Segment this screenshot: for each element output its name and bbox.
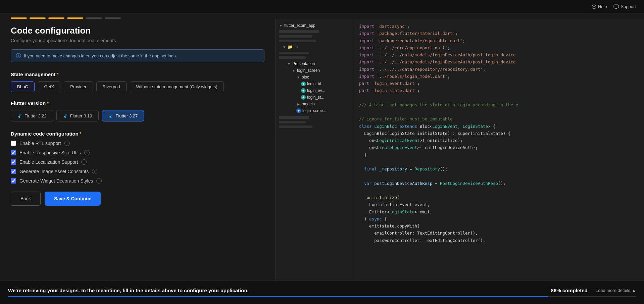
- tree-chevron-root: ▼: [279, 23, 283, 28]
- flutter-version-label: Flutter version*: [11, 100, 264, 106]
- svg-marker-9: [65, 114, 67, 116]
- progress-dots: [0, 13, 644, 19]
- tree-bloc-label: bloc: [302, 75, 309, 80]
- flutter-logo-icon: [17, 113, 22, 118]
- tree-file-icon-st: [301, 95, 306, 100]
- info-box: i If you need to make changes later, you…: [11, 49, 264, 62]
- code-line-10: part 'login_state.dart';: [359, 87, 637, 94]
- code-line-8: import '../models/login_model.dart';: [359, 73, 637, 80]
- image-assets-info-icon[interactable]: i: [92, 169, 97, 174]
- localization-checkbox[interactable]: [11, 159, 16, 165]
- rtl-info-icon[interactable]: i: [64, 141, 70, 146]
- tree-models[interactable]: ▶ models: [276, 101, 352, 107]
- code-line-16: LoginBloc(LoginState initialState) : sup…: [359, 130, 637, 137]
- image-assets-label: Generate Image Asset Constants: [19, 169, 89, 174]
- status-top: We're retrieving your designs. In the me…: [8, 288, 636, 293]
- tree-login-screen[interactable]: ▼ login_screen: [276, 67, 352, 74]
- responsive-label: Enable Responsive Size Utils: [19, 150, 81, 155]
- tree-login-ev[interactable]: login_ev...: [276, 87, 352, 94]
- rtl-checkbox[interactable]: [11, 141, 16, 146]
- tree-bloc[interactable]: ▼ bloc: [276, 74, 352, 81]
- flutter-btn-327[interactable]: Flutter 3.27: [102, 110, 144, 121]
- responsive-info-icon[interactable]: i: [84, 150, 90, 155]
- save-continue-button[interactable]: Save & Continue: [45, 192, 101, 206]
- tree-login-bl[interactable]: login_bl...: [276, 81, 352, 87]
- code-line-3: import 'package:equatable/equatable.dart…: [359, 37, 637, 44]
- code-line-26: LoginInitialEvent event,: [359, 201, 637, 208]
- state-management-label: State management*: [11, 71, 264, 77]
- tree-file-icon-bl: [301, 82, 306, 86]
- code-line-5: import '../../../data/models/loginDevice…: [359, 51, 637, 58]
- load-more-link[interactable]: Load more details ▲: [596, 288, 636, 293]
- flutter-btn-322[interactable]: Flutter 3.22: [11, 110, 53, 121]
- code-line-11: [359, 94, 637, 101]
- state-btn-provider[interactable]: Provider: [64, 81, 93, 92]
- tree-presentation[interactable]: ▼ Presentation: [276, 60, 352, 67]
- tree-login-screen-file[interactable]: login_scree...: [276, 107, 352, 114]
- state-btn-bloc[interactable]: BLoC: [11, 81, 35, 92]
- code-line-7: import '../../../data/repository/reposit…: [359, 66, 637, 73]
- flutter-required-star: *: [47, 100, 49, 106]
- tree-placeholder-4: [279, 52, 309, 54]
- main-content: Code configuration Configure your applic…: [0, 19, 644, 281]
- tree-file-icon-screen: [296, 108, 301, 113]
- code-line-9: part 'login_event.dart';: [359, 80, 637, 87]
- support-link[interactable]: Support: [613, 4, 636, 9]
- tree-lib-label: lib: [294, 45, 298, 49]
- load-more-label: Load more details: [596, 288, 630, 293]
- code-line-18: on<CreateLoginEvent>(_callLoginDeviceAut…: [359, 144, 637, 151]
- checkbox-widget-decoration: Generate Widget Decoration Styles i: [11, 178, 264, 184]
- state-required-star: *: [56, 71, 58, 77]
- localization-info-icon[interactable]: i: [81, 159, 87, 165]
- state-btn-without[interactable]: Without state management (Only widgets): [130, 81, 224, 92]
- status-right: 86% completed Load more details ▲: [551, 288, 636, 293]
- dynamic-required-star: *: [80, 131, 82, 137]
- back-button[interactable]: Back: [11, 192, 41, 206]
- code-line-13: [359, 108, 637, 115]
- state-btn-getx[interactable]: GetX: [38, 81, 61, 92]
- code-line-4: import '../../core/app_export.dart';: [359, 44, 637, 51]
- tree-chevron-bloc: ▼: [296, 75, 300, 79]
- svg-text:?: ?: [593, 5, 595, 9]
- localization-label: Enable Localization Support: [19, 159, 78, 165]
- dynamic-config-label: Dynamic code configuration*: [11, 131, 264, 137]
- tree-root[interactable]: ▼ flutter_ecom_app: [276, 22, 352, 29]
- code-line-20: [359, 158, 637, 165]
- code-line-27: Emitter<LoginState> emit,: [359, 208, 637, 215]
- code-line-1: import 'dart:async';: [359, 23, 637, 30]
- code-line-2: import 'package:flutter/material.dart';: [359, 30, 637, 37]
- svg-text:i: i: [18, 54, 19, 58]
- tree-chevron-lib: ▼: [282, 45, 286, 49]
- code-line-6: import '../../../data/models/loginDevice…: [359, 58, 637, 65]
- action-buttons: Back Save & Continue: [11, 192, 264, 206]
- code-line-19: }: [359, 151, 637, 158]
- code-line-30: emailController: TextEditingController()…: [359, 230, 637, 237]
- tree-login-bl-label: login_bl...: [307, 82, 324, 86]
- support-label: Support: [621, 4, 636, 9]
- state-btn-riverpod[interactable]: Riverpod: [96, 81, 127, 92]
- tree-presentation-label: Presentation: [292, 61, 315, 66]
- widget-decoration-checkbox[interactable]: [11, 178, 16, 184]
- tree-chevron-models: ▶: [296, 102, 300, 106]
- help-link[interactable]: ? Help: [592, 4, 607, 9]
- widget-decoration-info-icon[interactable]: i: [96, 178, 102, 184]
- progress-bar-container: [8, 296, 636, 297]
- code-line-21: final _repository = Repository();: [359, 165, 637, 172]
- checkbox-image-assets: Generate Image Asset Constants i: [11, 169, 264, 174]
- tree-placeholder-1: [279, 30, 319, 33]
- responsive-checkbox[interactable]: [11, 150, 16, 155]
- state-management-group: BLoC GetX Provider Riverpod Without stat…: [11, 81, 264, 92]
- code-line-25: _onInitialize(: [359, 194, 637, 201]
- flutter-logo-icon-2: [63, 113, 68, 118]
- tree-placeholder-8: [279, 125, 312, 128]
- image-assets-checkbox[interactable]: [11, 169, 16, 174]
- tree-lib[interactable]: ▼ 📁 lib: [276, 44, 352, 50]
- code-line-28: ) async {: [359, 215, 637, 222]
- tree-models-label: models: [302, 102, 315, 106]
- flutter-btn-319[interactable]: Flutter 3.19: [56, 110, 99, 121]
- help-label: Help: [598, 4, 607, 9]
- file-tree-panel: ▼ flutter_ecom_app ▼ 📁 lib ▼ Presentatio…: [275, 19, 352, 281]
- info-box-text: If you need to make changes later, you c…: [24, 53, 177, 58]
- tree-login-st[interactable]: login_st...: [276, 94, 352, 101]
- code-line-22: [359, 172, 637, 180]
